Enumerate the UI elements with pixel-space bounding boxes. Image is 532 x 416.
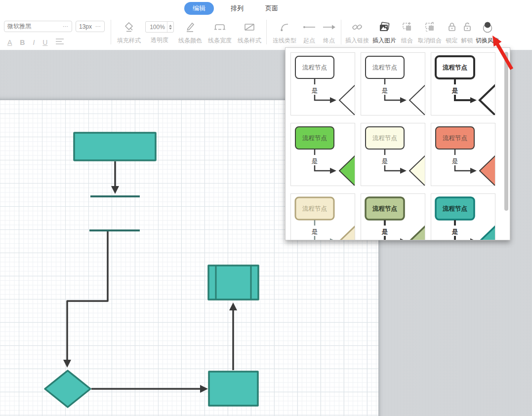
toolbar-separator <box>266 20 267 44</box>
preview-arrow-head <box>400 238 407 240</box>
preview-decision-diamond <box>339 73 355 115</box>
preview-arrow-head <box>400 168 407 174</box>
switch-style-button[interactable]: 切换风格 <box>475 21 500 45</box>
theme-preview: 流程节点是 <box>361 53 425 115</box>
line-width-button[interactable]: 线条宽度 <box>205 21 235 45</box>
preview-branch-label: 是 <box>382 157 388 165</box>
preview-node-label: 流程节点 <box>302 205 327 212</box>
line-style-icon <box>243 21 256 33</box>
preview-decision-diamond <box>409 73 425 115</box>
ungroup-icon <box>424 21 436 33</box>
start-point-button[interactable]: 起点 <box>299 21 319 45</box>
end-point-icon <box>322 21 336 33</box>
fill-style-icon <box>123 21 135 33</box>
preview-node-label: 流程节点 <box>372 64 397 71</box>
preview-decision-diamond <box>480 214 495 240</box>
theme-option-teal[interactable]: 流程节点是 <box>431 193 495 240</box>
font-size-select[interactable]: 13px ⋯ <box>76 21 105 32</box>
preview-arrow-head <box>330 97 336 103</box>
line-style-button[interactable]: 线条样式 <box>235 21 264 45</box>
lock-label: 锁定 <box>446 37 458 45</box>
theme-preview: 流程节点是 <box>291 123 355 186</box>
opacity-value: 100% <box>146 24 167 31</box>
tab-edit[interactable]: 编辑 <box>184 2 214 15</box>
theme-option-olive[interactable]: 流程节点是 <box>361 193 425 240</box>
tab-page[interactable]: 页面 <box>260 2 283 15</box>
preview-branch-label: 是 <box>381 228 388 235</box>
theme-option-white-default[interactable]: 流程节点是 <box>290 52 355 115</box>
unlock-button[interactable]: 解锁 <box>459 21 475 45</box>
preview-branch-label: 是 <box>312 87 318 94</box>
start-point-icon <box>302 21 317 33</box>
underline-button[interactable]: U <box>42 38 47 46</box>
toolbar-separator <box>341 20 341 44</box>
line-color-button[interactable]: 线条颜色 <box>175 21 205 45</box>
start-point-label: 起点 <box>303 37 315 45</box>
line-style-label: 线条样式 <box>238 37 261 45</box>
opacity-control[interactable]: 100% 透明度 <box>144 21 175 44</box>
panel-scrollbar-thumb[interactable] <box>504 52 508 211</box>
preview-branch-label: 是 <box>451 87 458 94</box>
text-controls: 微软雅黑 ⋯ 13px ⋯ A B I U <box>4 17 109 46</box>
theme-option-salmon[interactable]: 流程节点是 <box>431 123 495 186</box>
group-button[interactable]: 组合 <box>399 21 415 45</box>
ungroup-button[interactable]: 取消组合 <box>415 21 444 45</box>
font-size-more-icon[interactable]: ⋯ <box>95 23 101 30</box>
preview-node-label: 流程节点 <box>443 135 467 142</box>
insert-image-button[interactable]: 插入图片 <box>370 21 399 45</box>
connector-type-label: 连线类型 <box>273 37 296 45</box>
group-label: 组合 <box>401 37 413 45</box>
theme-option-tan[interactable]: 流程节点是 <box>290 193 355 240</box>
preview-node-label: 流程节点 <box>372 205 398 212</box>
preview-arrow-head <box>400 97 407 103</box>
preview-connector-elbow <box>315 236 330 240</box>
font-family-select[interactable]: 微软雅黑 ⋯ <box>4 21 72 32</box>
bold-button[interactable]: B <box>20 38 25 46</box>
theme-preview: 流程节点是 <box>431 123 495 186</box>
preview-connector-elbow <box>455 236 470 240</box>
opacity-spinner[interactable]: 100% <box>145 21 174 33</box>
italic-button[interactable]: I <box>33 38 35 46</box>
theme-option-ivory[interactable]: 流程节点是 <box>361 123 425 186</box>
insert-link-label: 插入链接 <box>345 37 369 45</box>
font-color-button[interactable]: A <box>7 38 12 46</box>
theme-style-panel: 流程节点是流程节点是流程节点是流程节点是流程节点是流程节点是流程节点是流程节点是… <box>285 47 510 240</box>
end-point-button[interactable]: 终点 <box>319 21 339 45</box>
tab-arrange[interactable]: 排列 <box>226 2 248 15</box>
ungroup-label: 取消组合 <box>418 37 442 45</box>
preview-connector-elbow <box>455 95 470 100</box>
connector-type-button[interactable]: 连线类型 <box>270 21 299 45</box>
ribbon-tabs: 编辑 排列 页面 <box>184 2 283 15</box>
font-family-more-icon[interactable]: ⋯ <box>63 23 69 30</box>
lock-button[interactable]: 锁定 <box>444 21 459 45</box>
preview-decision-diamond <box>339 143 355 186</box>
font-family-value: 微软雅黑 <box>7 22 31 31</box>
theme-preview: 流程节点是 <box>431 53 495 115</box>
theme-preview: 流程节点是 <box>361 194 425 240</box>
insert-link-button[interactable]: 插入链接 <box>344 21 370 45</box>
preview-node-label: 流程节点 <box>372 135 397 142</box>
toolbar-separator <box>111 20 111 44</box>
opacity-stepper-icon[interactable] <box>167 22 173 32</box>
insert-image-icon <box>378 21 391 33</box>
theme-option-green[interactable]: 流程节点是 <box>290 123 355 186</box>
unlock-label: 解锁 <box>461 37 473 45</box>
preview-arrow-head <box>470 238 477 240</box>
theme-option-bold-black[interactable]: 流程节点是 <box>431 52 495 115</box>
group-icon <box>401 21 413 33</box>
preview-branch-label: 是 <box>451 228 458 235</box>
theme-preview: 流程节点是 <box>291 194 355 240</box>
preview-arrow-head <box>470 97 477 103</box>
theme-preview: 流程节点是 <box>291 53 355 115</box>
preview-branch-label: 是 <box>312 228 318 235</box>
preview-decision-diamond <box>409 143 425 186</box>
text-align-icon[interactable] <box>55 38 64 46</box>
preview-decision-diamond <box>409 214 425 240</box>
theme-option-white-round[interactable]: 流程节点是 <box>361 52 425 115</box>
preview-connector-elbow <box>315 165 330 171</box>
switch-style-icon <box>481 21 494 33</box>
insert-image-label: 插入图片 <box>372 37 396 45</box>
insert-link-icon <box>351 21 363 33</box>
switch-style-label: 切换风格 <box>476 37 499 45</box>
fill-style-button[interactable]: 填充样式 <box>114 21 144 45</box>
